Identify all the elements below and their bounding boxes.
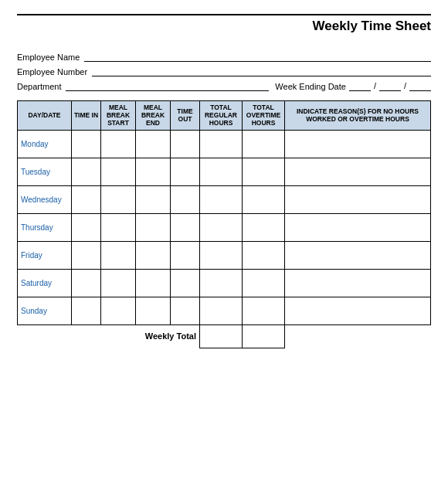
header-total-regular-hours: TOTAL REGULAR HOURS <box>200 101 243 131</box>
table-row: Thursday <box>18 213 431 241</box>
table-row: Sunday <box>18 297 431 324</box>
table-row: Tuesday <box>18 158 431 185</box>
weekly-total-label: Weekly Total <box>136 324 200 348</box>
tuesday-reason[interactable] <box>285 158 431 185</box>
monday-meal-break-end[interactable] <box>136 130 171 158</box>
sunday-total-regular[interactable] <box>200 297 243 324</box>
thursday-meal-break-end[interactable] <box>136 213 171 241</box>
header-day-date: DAY/DATE <box>18 101 72 131</box>
tuesday-total-overtime[interactable] <box>243 158 285 185</box>
week-ending-year[interactable] <box>409 80 431 91</box>
form-fields: Employee Name Employee Number Department… <box>17 51 431 91</box>
sunday-time-out[interactable] <box>171 297 200 324</box>
wednesday-meal-break-end[interactable] <box>136 185 171 213</box>
friday-total-regular[interactable] <box>200 241 243 269</box>
sunday-meal-break-start[interactable] <box>101 297 136 324</box>
day-cell-saturday: Saturday <box>18 269 72 297</box>
monday-reason[interactable] <box>285 130 431 158</box>
saturday-time-out[interactable] <box>171 269 200 297</box>
tuesday-time-in[interactable] <box>72 158 101 185</box>
friday-reason[interactable] <box>285 241 431 269</box>
monday-total-overtime[interactable] <box>243 130 285 158</box>
header-time-out: TIME OUT <box>171 101 200 131</box>
week-ending-day[interactable] <box>379 80 401 91</box>
weekly-total-overtime[interactable] <box>243 324 285 348</box>
employee-number-label: Employee Number <box>17 67 87 76</box>
wednesday-total-overtime[interactable] <box>243 185 285 213</box>
friday-time-out[interactable] <box>171 241 200 269</box>
monday-total-regular[interactable] <box>200 130 243 158</box>
sunday-time-in[interactable] <box>72 297 101 324</box>
weekly-total-spacer <box>18 324 136 348</box>
employee-number-row: Employee Number <box>17 66 431 76</box>
wednesday-meal-break-start[interactable] <box>101 185 136 213</box>
slash-1: / <box>374 81 376 91</box>
weekly-total-row: Weekly Total <box>18 324 431 348</box>
header-total-overtime-hours: TOTAL OVERTIME HOURS <box>243 101 285 131</box>
saturday-reason[interactable] <box>285 269 431 297</box>
tuesday-meal-break-end[interactable] <box>136 158 171 185</box>
saturday-total-overtime[interactable] <box>243 269 285 297</box>
saturday-total-regular[interactable] <box>200 269 243 297</box>
day-cell-wednesday: Wednesday <box>18 185 72 213</box>
sunday-meal-break-end[interactable] <box>136 297 171 324</box>
thursday-time-out[interactable] <box>171 213 200 241</box>
sunday-total-overtime[interactable] <box>243 297 285 324</box>
day-cell-friday: Friday <box>18 241 72 269</box>
table-row: Friday <box>18 241 431 269</box>
thursday-reason[interactable] <box>285 213 431 241</box>
thursday-total-overtime[interactable] <box>243 213 285 241</box>
day-cell-tuesday: Tuesday <box>18 158 72 185</box>
monday-meal-break-start[interactable] <box>101 130 136 158</box>
thursday-meal-break-start[interactable] <box>101 213 136 241</box>
day-cell-monday: Monday <box>18 130 72 158</box>
slash-2: / <box>404 81 406 91</box>
friday-meal-break-end[interactable] <box>136 241 171 269</box>
header-indicate-reasons: INDICATE REASON(S) FOR NO HOURS WORKED O… <box>285 101 431 131</box>
wednesday-total-regular[interactable] <box>200 185 243 213</box>
dept-week-row: Department Week Ending Date / / <box>17 80 431 91</box>
friday-total-overtime[interactable] <box>243 241 285 269</box>
saturday-meal-break-start[interactable] <box>101 269 136 297</box>
thursday-time-in[interactable] <box>72 213 101 241</box>
monday-time-out[interactable] <box>171 130 200 158</box>
employee-name-input[interactable] <box>84 51 431 62</box>
employee-number-input[interactable] <box>92 66 431 76</box>
monday-time-in[interactable] <box>72 130 101 158</box>
day-cell-sunday: Sunday <box>18 297 72 324</box>
table-row: Monday <box>18 130 431 158</box>
table-row: Saturday <box>18 269 431 297</box>
header-meal-break-start: MEAL BREAK START <box>101 101 136 131</box>
weekly-total-reason-spacer <box>285 324 431 348</box>
saturday-time-in[interactable] <box>72 269 101 297</box>
week-ending-label: Week Ending Date <box>275 82 346 91</box>
friday-time-in[interactable] <box>72 241 101 269</box>
wednesday-time-out[interactable] <box>171 185 200 213</box>
weekly-total-regular[interactable] <box>200 324 243 348</box>
header-meal-break-end: MEAL BREAK END <box>136 101 171 131</box>
header-time-in: TIME IN <box>72 101 101 131</box>
week-ending-month[interactable] <box>349 80 371 91</box>
timesheet-table: DAY/DATE TIME IN MEAL BREAK START MEAL B… <box>17 100 431 348</box>
sunday-reason[interactable] <box>285 297 431 324</box>
page-title: Weekly Time Sheet <box>17 19 431 34</box>
table-header-row: DAY/DATE TIME IN MEAL BREAK START MEAL B… <box>18 101 431 131</box>
saturday-meal-break-end[interactable] <box>136 269 171 297</box>
tuesday-time-out[interactable] <box>171 158 200 185</box>
employee-name-row: Employee Name <box>17 51 431 62</box>
title-bar: Weekly Time Sheet <box>17 14 431 40</box>
wednesday-time-in[interactable] <box>72 185 101 213</box>
tuesday-meal-break-start[interactable] <box>101 158 136 185</box>
tuesday-total-regular[interactable] <box>200 158 243 185</box>
day-cell-thursday: Thursday <box>18 213 72 241</box>
wednesday-reason[interactable] <box>285 185 431 213</box>
employee-name-label: Employee Name <box>17 53 80 62</box>
table-row: Wednesday <box>18 185 431 213</box>
department-input[interactable] <box>66 80 269 91</box>
thursday-total-regular[interactable] <box>200 213 243 241</box>
friday-meal-break-start[interactable] <box>101 241 136 269</box>
department-label: Department <box>17 82 61 91</box>
